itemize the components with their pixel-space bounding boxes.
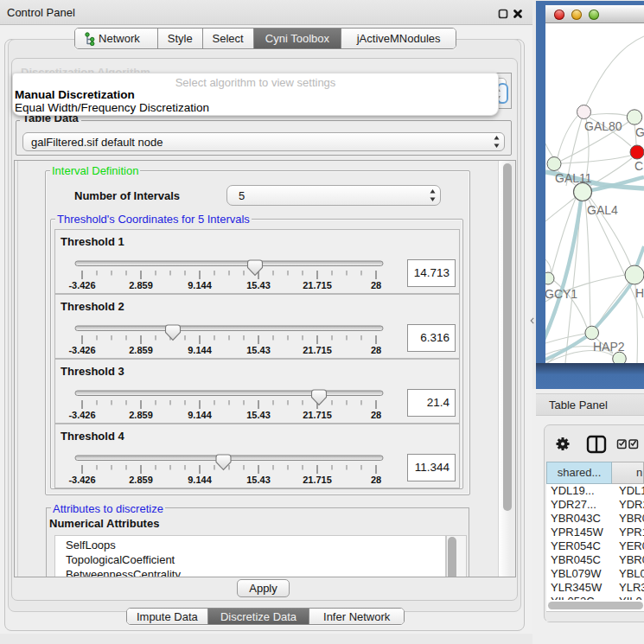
- svg-text:15.43: 15.43: [246, 410, 271, 420]
- svg-text:15.43: 15.43: [246, 345, 271, 355]
- svg-text:9.144: 9.144: [188, 345, 212, 355]
- svg-text:GA: GA: [635, 125, 644, 139]
- svg-text:28: 28: [371, 475, 381, 485]
- svg-text:H: H: [635, 286, 644, 300]
- svg-text:HAP2: HAP2: [593, 340, 625, 354]
- svg-text:GAL11: GAL11: [555, 171, 592, 185]
- svg-text:21.715: 21.715: [303, 345, 332, 355]
- svg-text:21.715: 21.715: [303, 475, 332, 485]
- svg-text:-3.426: -3.426: [68, 475, 95, 485]
- svg-text:GCY1: GCY1: [545, 287, 577, 301]
- svg-text:15.43: 15.43: [246, 280, 271, 290]
- svg-text:28: 28: [371, 345, 381, 355]
- svg-text:GAL80: GAL80: [584, 119, 622, 133]
- svg-text:21.715: 21.715: [303, 410, 332, 420]
- svg-text:15.43: 15.43: [246, 475, 271, 485]
- svg-text:28: 28: [371, 410, 381, 420]
- svg-text:2.859: 2.859: [129, 410, 153, 420]
- svg-text:21.715: 21.715: [303, 280, 332, 290]
- svg-text:2.859: 2.859: [129, 345, 153, 355]
- svg-text:9.144: 9.144: [188, 475, 212, 485]
- svg-text:9.144: 9.144: [188, 280, 212, 290]
- svg-text:9.144: 9.144: [188, 410, 212, 420]
- svg-text:2.859: 2.859: [129, 280, 153, 290]
- svg-text:-3.426: -3.426: [68, 280, 95, 290]
- svg-text:C: C: [634, 159, 643, 173]
- svg-text:28: 28: [371, 280, 381, 290]
- svg-text:2.859: 2.859: [129, 475, 153, 485]
- svg-text:GAL4: GAL4: [587, 203, 618, 217]
- svg-text:-3.426: -3.426: [68, 345, 95, 355]
- svg-text:-3.426: -3.426: [68, 410, 95, 420]
